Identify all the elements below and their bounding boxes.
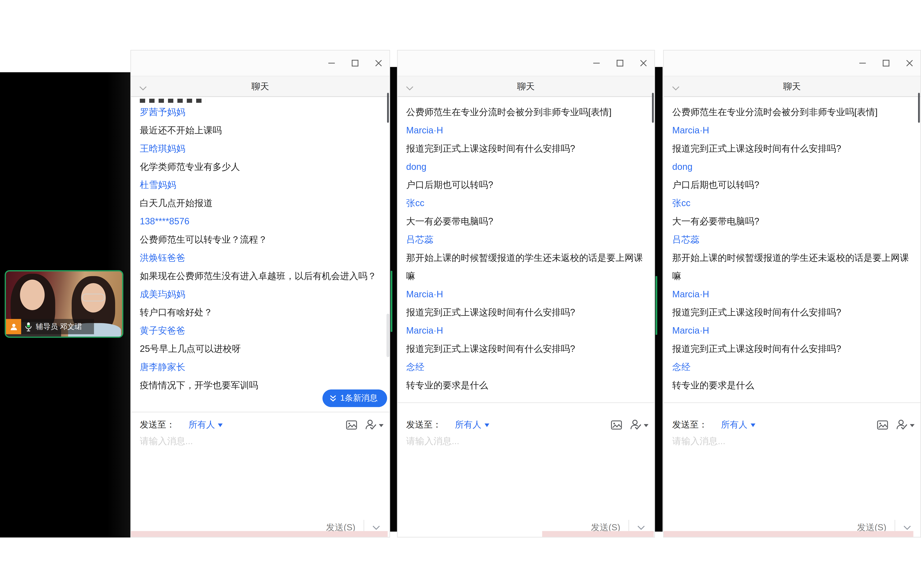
send-options-chevron-icon[interactable] xyxy=(637,525,645,530)
new-message-pill[interactable]: 1条新消息 xyxy=(322,389,387,407)
message-text: 报道完到正式上课这段时间有什么安排吗? xyxy=(672,339,913,358)
caret-down-icon xyxy=(750,423,755,427)
window-titlebar xyxy=(664,50,921,76)
sender-name[interactable]: 吕芯蕊 xyxy=(406,230,647,249)
speaker-label-bar: 辅导员 邓文珺 xyxy=(6,319,94,334)
message-text: 那开始上课的时候暂缓报道的学生还未返校的话是要上网课嘛 xyxy=(672,249,913,285)
message-text: 报道完到正式上课这段时间有什么安排吗? xyxy=(406,339,647,358)
caret-down-icon xyxy=(484,423,489,427)
caret-down-icon xyxy=(644,424,649,427)
send-options-chevron-icon[interactable] xyxy=(903,525,911,530)
sender-name[interactable]: 念经 xyxy=(672,358,913,376)
message-text: 最近还不开始上课吗 xyxy=(140,121,382,139)
minimize-button[interactable] xyxy=(859,59,866,67)
message-text: 报道完到正式上课这段时间有什么安排吗? xyxy=(672,303,913,321)
sender-name[interactable]: 张cc xyxy=(406,194,647,212)
sender-name[interactable]: Marcia·H xyxy=(672,121,913,139)
sender-name[interactable]: 杜雪妈妈 xyxy=(140,176,382,194)
image-attach-icon[interactable] xyxy=(611,420,622,430)
new-message-pill-label: 1条新消息 xyxy=(340,393,378,404)
chat-title: 聊天 xyxy=(517,81,535,92)
close-button[interactable] xyxy=(640,59,647,67)
scrollbar-thumb[interactable] xyxy=(652,93,654,123)
compose-divider xyxy=(664,402,921,403)
sender-name[interactable]: 成美玙妈妈 xyxy=(140,285,382,303)
send-to-label: 发送至： xyxy=(406,419,441,430)
member-select-icon[interactable] xyxy=(630,419,648,430)
send-to-dropdown[interactable]: 所有人 xyxy=(721,419,755,430)
sender-name[interactable]: Marcia·H xyxy=(406,121,647,139)
hidden-video-tile-edge xyxy=(391,271,392,332)
screenshot-root: 辅导员 邓文珺 聊天 罗茜予妈妈最近还不开始上课吗王晗琪妈妈化学类师范专业有多少… xyxy=(0,0,921,588)
minimize-button[interactable] xyxy=(328,59,335,67)
sender-name[interactable]: 黄子安爸爸 xyxy=(140,321,382,339)
message-text: 户口后期也可以转吗? xyxy=(672,176,913,194)
message-text: 转专业的要求是什么 xyxy=(406,376,647,394)
message-text: 户口后期也可以转吗? xyxy=(406,176,647,194)
chat-panel-header: 聊天 xyxy=(664,76,921,97)
member-select-icon[interactable] xyxy=(365,419,384,430)
send-to-label: 发送至： xyxy=(672,419,708,430)
message-text: 大一有必要带电脑吗? xyxy=(406,212,647,230)
clipped-sender-name[interactable]: 132****1833 xyxy=(672,98,913,103)
hidden-video-tile-edge xyxy=(655,276,657,335)
sender-name[interactable]: dong xyxy=(672,158,913,176)
member-select-icon[interactable] xyxy=(896,419,914,430)
message-text: 化学类师范专业有多少人 xyxy=(140,158,382,176)
sender-name[interactable]: 吕芯蕊 xyxy=(672,230,913,249)
chat-window-3: 聊天 132****1833 公费师范生在专业分流时会被分到非师专业吗[表情] … xyxy=(663,50,921,538)
maximize-button[interactable] xyxy=(616,59,624,67)
sender-name[interactable]: Marcia·H xyxy=(406,321,647,339)
message-input[interactable]: 请输入消息... xyxy=(406,435,459,448)
minimize-button[interactable] xyxy=(592,59,600,67)
message-text: 公费师范生在专业分流时会被分到非师专业吗[表情] xyxy=(672,103,913,121)
maximize-button[interactable] xyxy=(882,59,890,67)
clipped-message-remnant xyxy=(140,98,382,103)
message-input[interactable]: 请输入消息... xyxy=(140,435,193,448)
close-button[interactable] xyxy=(906,59,913,67)
message-input[interactable]: 请输入消息... xyxy=(672,435,726,448)
send-to-dropdown[interactable]: 所有人 xyxy=(455,419,489,430)
chevron-down-icon[interactable] xyxy=(405,83,413,93)
window-titlebar xyxy=(397,50,654,76)
chat-title: 聊天 xyxy=(783,81,801,92)
sender-name[interactable]: 洪焕钰爸爸 xyxy=(140,249,382,267)
message-text: 大一有必要带电脑吗? xyxy=(672,212,913,230)
chat-window-1: 聊天 罗茜予妈妈最近还不开始上课吗王晗琪妈妈化学类师范专业有多少人杜雪妈妈白天几… xyxy=(130,50,390,538)
caret-down-icon xyxy=(910,424,914,427)
clipped-sender-name[interactable]: 132****1833 xyxy=(406,98,647,103)
message-list: 132****1833 公费师范生在专业分流时会被分到非师专业吗[表情] Mar… xyxy=(664,97,921,402)
caret-down-icon xyxy=(218,423,223,427)
sender-name[interactable]: Marcia·H xyxy=(672,321,913,339)
send-to-dropdown[interactable]: 所有人 xyxy=(189,419,223,430)
caret-down-icon xyxy=(379,424,384,427)
chevron-down-icon[interactable] xyxy=(139,83,147,93)
chevron-down-icon[interactable] xyxy=(672,83,679,93)
sender-name[interactable]: Marcia·H xyxy=(672,285,913,303)
sender-name[interactable]: 王晗琪妈妈 xyxy=(140,139,382,158)
speaker-video-tile[interactable]: 辅导员 邓文珺 xyxy=(5,270,124,338)
sender-name[interactable]: Marcia·H xyxy=(406,285,647,303)
image-attach-icon[interactable] xyxy=(346,420,357,430)
scrollbar-thumb[interactable] xyxy=(386,314,389,357)
send-options-chevron-icon[interactable] xyxy=(373,525,380,530)
send-to-label: 发送至： xyxy=(140,419,175,430)
sender-name[interactable]: 138****8576 xyxy=(140,212,382,230)
chat-title: 聊天 xyxy=(251,81,269,92)
message-list: 罗茜予妈妈最近还不开始上课吗王晗琪妈妈化学类师范专业有多少人杜雪妈妈白天几点开始… xyxy=(131,97,389,411)
speaker-name: 辅导员 邓文珺 xyxy=(36,322,82,332)
send-to-row: 发送至： 所有人 xyxy=(406,417,648,432)
sender-name[interactable]: 张cc xyxy=(672,194,913,212)
image-attach-icon[interactable] xyxy=(877,420,888,430)
scrollbar-thumb[interactable] xyxy=(387,93,389,123)
close-button[interactable] xyxy=(375,59,382,67)
chat-panel-header: 聊天 xyxy=(131,76,389,97)
sender-name[interactable]: dong xyxy=(406,158,647,176)
sender-name[interactable]: 唐李静家长 xyxy=(140,358,382,376)
scrollbar-thumb[interactable] xyxy=(918,93,920,123)
maximize-button[interactable] xyxy=(351,59,359,67)
sender-name[interactable]: 念经 xyxy=(406,358,647,376)
pink-strip xyxy=(131,531,388,537)
message-text: 白天几点开始报道 xyxy=(140,194,382,212)
sender-name[interactable]: 罗茜予妈妈 xyxy=(140,103,382,121)
